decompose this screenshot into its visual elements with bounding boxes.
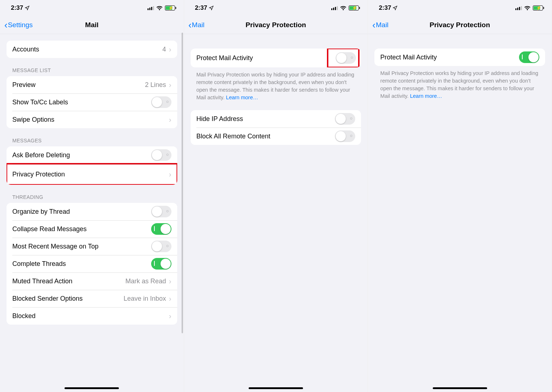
row-label: Block All Remote Content xyxy=(196,133,335,140)
back-label: Mail xyxy=(376,21,389,29)
content: Accounts 4 › MESSAGE LIST Preview 2 Line… xyxy=(0,41,184,339)
learn-more-link[interactable]: Learn more… xyxy=(226,95,258,100)
privacy-protection-row[interactable]: Privacy Protection › xyxy=(7,164,177,185)
protect-group: Protect Mail Activity xyxy=(374,49,545,66)
blocked-sender-options-row[interactable]: Blocked Sender Options Leave in Inbox › xyxy=(7,290,177,307)
footer-text: Mail Privacy Protection works by hiding … xyxy=(196,72,354,100)
chevron-right-icon: › xyxy=(169,278,171,285)
muted-thread-row[interactable]: Muted Thread Action Mark as Read › xyxy=(7,272,177,290)
page-title: Privacy Protection xyxy=(429,21,490,29)
chevron-right-icon: › xyxy=(169,312,171,320)
hide-ip-row: Hide IP Address xyxy=(191,110,361,128)
cellular-icon xyxy=(148,6,154,10)
back-button[interactable]: ‹ Mail xyxy=(372,20,389,30)
row-label: Collapse Read Messages xyxy=(12,225,151,233)
scroll-indicator xyxy=(182,33,183,333)
row-label: Swipe Options xyxy=(12,116,169,124)
collapse-read-toggle[interactable] xyxy=(151,223,171,235)
screen-mail-settings: 2:37 ⚡ ‹ Settings Mail Accounts 4 › MESS… xyxy=(0,0,184,392)
threading-group: Organize by Thread Collapse Read Message… xyxy=(7,203,177,325)
chevron-right-icon: › xyxy=(169,81,171,88)
message-list-group: Preview 2 Lines › Show To/Cc Labels Swip… xyxy=(7,76,177,128)
chevron-left-icon: ‹ xyxy=(372,20,375,30)
chevron-right-icon: › xyxy=(169,171,171,178)
row-value: Mark as Read xyxy=(125,278,166,285)
battery-icon: ⚡ xyxy=(533,5,543,11)
block-remote-row: Block All Remote Content xyxy=(191,128,361,145)
block-remote-toggle[interactable] xyxy=(335,130,355,142)
chevron-right-icon: › xyxy=(169,46,171,53)
row-label: Organize by Thread xyxy=(12,208,151,216)
organize-thread-toggle[interactable] xyxy=(151,206,171,217)
header-messages: MESSAGES xyxy=(0,128,184,146)
most-recent-toggle[interactable] xyxy=(151,241,171,252)
row-value: 2 Lines xyxy=(145,81,166,89)
complete-threads-toggle[interactable] xyxy=(151,258,171,270)
status-bar: 2:37 ⚡ xyxy=(368,0,552,16)
nav-bar: ‹ Mail Privacy Protection xyxy=(368,16,552,34)
chevron-left-icon: ‹ xyxy=(188,20,192,30)
cellular-icon xyxy=(331,6,338,10)
status-time: 2:37 xyxy=(195,4,207,12)
row-label: Show To/Cc Labels xyxy=(12,99,151,106)
row-label: Preview xyxy=(12,81,145,89)
location-icon xyxy=(393,5,398,11)
status-bar: 2:37 ⚡ xyxy=(184,0,368,16)
status-time: 2:37 xyxy=(11,4,23,12)
header-message-list: MESSAGE LIST xyxy=(0,58,184,76)
status-bar: 2:37 ⚡ xyxy=(0,0,184,16)
back-button[interactable]: ‹ Mail xyxy=(188,20,205,30)
location-icon xyxy=(25,5,30,11)
swipe-options-row[interactable]: Swipe Options › xyxy=(7,111,177,128)
back-button[interactable]: ‹ Settings xyxy=(4,20,33,30)
footer-text: Mail Privacy Protection works by hiding … xyxy=(380,70,538,99)
battery-icon: ⚡ xyxy=(349,5,359,11)
row-label: Hide IP Address xyxy=(196,115,335,123)
blocked-row[interactable]: Blocked › xyxy=(7,307,177,325)
chevron-left-icon: ‹ xyxy=(4,20,8,30)
page-title: Privacy Protection xyxy=(246,21,306,29)
protect-mail-toggle[interactable] xyxy=(336,52,356,64)
protect-group: Protect Mail Activity xyxy=(191,49,361,67)
row-label: Privacy Protection xyxy=(12,171,169,178)
show-tocc-row: Show To/Cc Labels xyxy=(7,93,177,111)
accounts-group: Accounts 4 › xyxy=(7,41,177,58)
row-value: Leave in Inbox xyxy=(124,295,166,303)
row-label: Protect Mail Activity xyxy=(380,54,519,61)
accounts-row[interactable]: Accounts 4 › xyxy=(7,41,177,58)
learn-more-link[interactable]: Learn more… xyxy=(410,93,442,99)
row-label: Protect Mail Activity xyxy=(196,54,328,62)
wifi-icon xyxy=(340,5,346,11)
chevron-right-icon: › xyxy=(169,116,171,123)
most-recent-row: Most Recent Message on Top xyxy=(7,238,177,255)
location-icon xyxy=(209,5,214,11)
protect-mail-toggle[interactable] xyxy=(519,51,539,63)
home-indicator[interactable] xyxy=(433,387,487,389)
header-threading: THREADING xyxy=(0,185,184,203)
complete-threads-row: Complete Threads xyxy=(7,255,177,272)
row-label: Accounts xyxy=(12,46,162,53)
row-value: 4 xyxy=(162,46,166,53)
home-indicator[interactable] xyxy=(65,387,119,389)
ask-before-deleting-toggle[interactable] xyxy=(151,149,171,161)
organize-thread-row: Organize by Thread xyxy=(7,203,177,220)
status-time: 2:37 xyxy=(379,4,391,12)
back-label: Mail xyxy=(192,21,204,29)
screen-privacy-off: 2:37 ⚡ ‹ Mail Privacy Protection Protect… xyxy=(184,0,368,392)
screen-privacy-on: 2:37 ⚡ ‹ Mail Privacy Protection Protect… xyxy=(368,0,552,392)
wifi-icon xyxy=(156,5,163,11)
nav-bar: ‹ Settings Mail xyxy=(0,16,184,34)
extra-options-group: Hide IP Address Block All Remote Content xyxy=(191,110,361,145)
preview-row[interactable]: Preview 2 Lines › xyxy=(7,76,177,93)
content: Protect Mail Activity Mail Privacy Prote… xyxy=(368,49,552,114)
nav-bar: ‹ Mail Privacy Protection xyxy=(184,16,368,34)
row-label: Muted Thread Action xyxy=(12,278,125,285)
wifi-icon xyxy=(524,5,531,11)
row-label: Complete Threads xyxy=(12,260,151,268)
show-tocc-toggle[interactable] xyxy=(151,96,171,108)
chevron-right-icon: › xyxy=(169,295,171,302)
home-indicator[interactable] xyxy=(249,387,303,389)
row-label: Blocked Sender Options xyxy=(12,295,124,303)
hide-ip-toggle[interactable] xyxy=(335,113,355,125)
ask-before-deleting-row: Ask Before Deleting xyxy=(7,146,177,164)
